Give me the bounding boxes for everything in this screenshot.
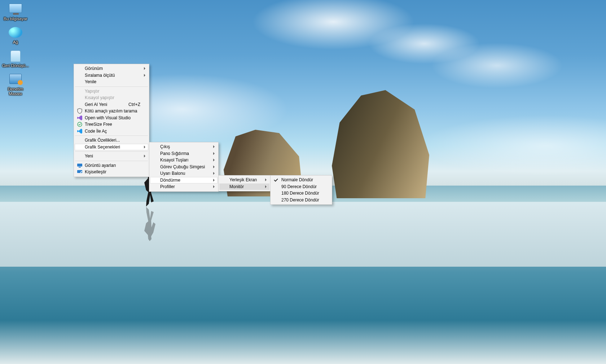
chevron-right-icon <box>213 159 215 161</box>
menu-item-output[interactable]: Çıkış <box>150 143 218 150</box>
menu-item-hotkeys[interactable]: Kısayol Tuşları <box>150 157 218 164</box>
menu-item-paste-shortcut: Kısayol yapıştır <box>75 94 148 101</box>
menu-item-graphics-properties[interactable]: Grafik Özellikleri... <box>75 137 148 144</box>
menu-separator <box>75 161 148 161</box>
menu-item-label: Geri Al Yeni <box>85 102 107 107</box>
menu-item-label: Görünüm <box>85 66 103 71</box>
chevron-right-icon <box>144 155 145 157</box>
menu-separator <box>75 151 148 152</box>
menu-item-open-with-code[interactable]: Code İle Aç <box>75 128 148 135</box>
desktop-icon-this-pc[interactable]: Bu bilgisayar <box>1 4 30 21</box>
menu-item-balloon-notification[interactable]: Uyarı Balonu <box>150 170 218 177</box>
chevron-right-icon <box>265 185 267 188</box>
menu-item-label: Çıkış <box>160 144 170 149</box>
menu-item-rotate-180[interactable]: 180 Derece Döndür <box>271 190 331 197</box>
treesize-icon <box>77 121 83 127</box>
menu-item-graphics-options[interactable]: Grafik Seçenekleri <box>75 144 148 151</box>
chevron-right-icon <box>265 178 267 181</box>
svg-rect-1 <box>77 164 82 167</box>
menu-item-label: Sıralama ölçütü <box>85 73 115 78</box>
menu-item-rotate-90[interactable]: 90 Derece Döndür <box>271 183 331 190</box>
desktop-icon-recycle-bin[interactable]: Geri Dönüşü... <box>1 50 30 68</box>
menu-item-paste: Yapıştır <box>75 88 148 95</box>
menu-item-undo[interactable]: Geri Al Yeni Ctrl+Z <box>75 101 148 108</box>
menu-item-label: Pano Sığdırma <box>160 151 189 156</box>
menu-item-profiles[interactable]: Profiller <box>150 183 218 190</box>
menu-item-label: 90 Derece Döndür <box>281 184 317 189</box>
chevron-right-icon <box>213 145 215 148</box>
menu-item-label: TreeSize Free <box>85 122 112 127</box>
menu-item-shortcut: Ctrl+Z <box>118 102 140 107</box>
menu-item-label: 180 Derece Döndür <box>281 191 319 196</box>
menu-item-builtin-display[interactable]: Yerleşik Ekran <box>219 177 269 183</box>
chevron-right-icon <box>144 67 145 70</box>
menu-item-label: Görüntü ayarları <box>85 163 116 168</box>
menu-separator <box>75 86 148 87</box>
monitor-rotation-submenu: Normale Döndür 90 Derece Döndür 180 Dere… <box>270 175 332 205</box>
menu-item-new[interactable]: Yeni <box>75 153 148 160</box>
menu-item-label: Yerleşik Ekran <box>229 177 257 182</box>
menu-item-label: Code İle Aç <box>85 129 107 134</box>
vscode-icon <box>77 128 83 134</box>
menu-item-rotate-normal[interactable]: Normale Döndür <box>271 177 331 183</box>
chevron-right-icon <box>144 74 145 77</box>
svg-rect-2 <box>79 167 81 168</box>
menu-item-display-settings[interactable]: Görüntü ayarları <box>75 162 148 169</box>
menu-item-personalize[interactable]: Kişiselleştir <box>75 169 148 176</box>
menu-item-label: Monitör <box>229 184 244 189</box>
menu-item-panel-fit[interactable]: Pano Sığdırma <box>150 150 218 157</box>
menu-item-label: Yapıştır <box>85 89 99 94</box>
wallpaper-sand <box>0 202 606 267</box>
control-panel-icon <box>9 74 22 84</box>
menu-item-label: Profiller <box>160 184 175 189</box>
menu-item-open-visual-studio[interactable]: Open with Visual Studio <box>75 115 148 121</box>
menu-item-monitor[interactable]: Monitör <box>219 183 269 190</box>
menu-item-label: 270 Derece Döndür <box>281 197 319 203</box>
desktop-icons: Bu bilgisayar Ağ Geri Dönüşü... Denetim … <box>1 4 30 102</box>
menu-item-label: Uyarı Balonu <box>160 171 185 176</box>
menu-item-label: Döndürme <box>160 178 180 183</box>
desktop-context-menu: Görünüm Sıralama ölçütü Yenile Yapıştır … <box>74 64 149 177</box>
wallpaper-rock-right <box>332 90 429 198</box>
menu-item-taskbar-icon[interactable]: Görev Çubuğu Simgesi <box>150 164 218 170</box>
menu-item-label: Kısayol yapıştır <box>85 95 114 100</box>
menu-item-label: Yenile <box>85 79 96 84</box>
chevron-right-icon <box>213 179 215 182</box>
recycle-bin-icon <box>10 50 21 62</box>
display-icon <box>77 163 83 168</box>
menu-item-refresh[interactable]: Yenile <box>75 79 148 85</box>
menu-item-label: Yeni <box>85 154 93 159</box>
menu-item-view[interactable]: Görünüm <box>75 65 148 72</box>
shield-icon <box>77 108 83 114</box>
desktop-icon-label: Denetim Masası <box>1 87 30 96</box>
menu-item-label: Kötü amaçlı yazılım tarama <box>85 108 137 114</box>
menu-item-label: Normale Döndür <box>281 177 313 182</box>
checkmark-icon <box>274 178 278 182</box>
svg-point-0 <box>78 122 82 126</box>
desktop-icon-network[interactable]: Ağ <box>1 27 30 45</box>
network-icon <box>9 27 22 38</box>
menu-item-rotation[interactable]: Döndürme <box>150 177 218 184</box>
chevron-right-icon <box>213 152 215 155</box>
menu-item-malware-scan[interactable]: Kötü amaçlı yazılım tarama <box>75 108 148 115</box>
menu-item-rotate-270[interactable]: 270 Derece Döndür <box>271 197 331 204</box>
desktop-icon-label: Ağ <box>1 40 30 45</box>
rotation-submenu: Yerleşik Ekran Monitör <box>218 175 271 191</box>
menu-item-label: Kısayol Tuşları <box>160 157 189 163</box>
chevron-right-icon <box>213 172 215 175</box>
graphics-options-submenu: Çıkış Pano Sığdırma Kısayol Tuşları Göre… <box>149 142 219 192</box>
visual-studio-icon <box>77 115 83 121</box>
menu-item-label: Kişiselleştir <box>85 169 106 174</box>
menu-separator <box>75 136 148 136</box>
personalize-icon <box>77 169 83 175</box>
desktop-icon-label: Bu bilgisayar <box>1 17 30 21</box>
menu-item-label: Grafik Özellikleri... <box>85 138 120 143</box>
chevron-right-icon <box>213 165 215 168</box>
chevron-right-icon <box>213 185 215 188</box>
menu-item-label: Görev Çubuğu Simgesi <box>160 164 205 169</box>
desktop-icon-label: Geri Dönüşü... <box>1 63 30 68</box>
chevron-right-icon <box>144 146 145 148</box>
desktop-icon-control-panel[interactable]: Denetim Masası <box>1 74 30 96</box>
menu-item-sort-by[interactable]: Sıralama ölçütü <box>75 72 148 79</box>
menu-item-treesize[interactable]: TreeSize Free <box>75 121 148 128</box>
